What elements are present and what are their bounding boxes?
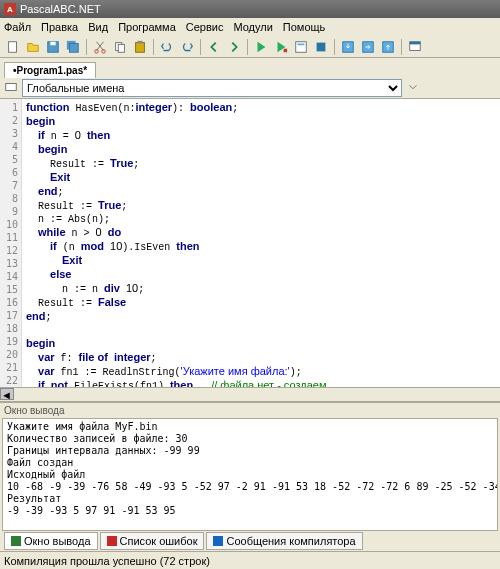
menu-help[interactable]: Помощь [283,21,326,33]
svg-rect-22 [107,536,117,546]
status-text: Компиляция прошла успешно (72 строк) [4,555,210,567]
window-titlebar: A PascalABC.NET [0,0,500,18]
undo-button[interactable] [158,38,176,56]
code-area[interactable]: function HasEven(n:integer): boolean; be… [22,99,500,387]
paste-button[interactable] [131,38,149,56]
svg-rect-19 [410,41,421,44]
scope-icon [4,80,18,96]
code-editor[interactable]: 1234567891011121314151617181920212223242… [0,98,500,387]
bottom-tab[interactable]: Сообщения компилятора [206,532,362,550]
forward-button[interactable] [225,38,243,56]
svg-rect-2 [50,41,55,45]
save-button[interactable] [44,38,62,56]
svg-rect-11 [284,48,288,52]
menu-edit[interactable]: Правка [41,21,78,33]
scope-dropdown-icon[interactable] [406,80,420,96]
menu-view[interactable]: Вид [88,21,108,33]
copy-button[interactable] [111,38,129,56]
svg-rect-12 [296,41,307,52]
bottom-tab[interactable]: Окно вывода [4,532,98,550]
redo-button[interactable] [178,38,196,56]
scope-bar: Глобальные имена [0,78,500,98]
cut-button[interactable] [91,38,109,56]
svg-rect-8 [118,44,124,52]
svg-rect-10 [137,40,142,43]
svg-rect-4 [70,43,79,52]
horizontal-scrollbar[interactable]: ◄ [0,387,500,401]
run-nodebug-button[interactable] [272,38,290,56]
open-file-button[interactable] [24,38,42,56]
toolbar [0,36,500,58]
scroll-left-button[interactable]: ◄ [0,388,14,400]
output-title: Окно вывода [0,403,500,418]
save-all-button[interactable] [64,38,82,56]
output-panel: Окно вывода Укажите имя файла MyF.bin Ко… [0,401,500,551]
step-over-button[interactable] [359,38,377,56]
run-button[interactable] [252,38,270,56]
step-into-button[interactable] [339,38,357,56]
window-title: PascalABC.NET [20,3,101,15]
bottom-tab[interactable]: Список ошибок [100,532,205,550]
menu-bar: Файл Правка Вид Программа Сервис Модули … [0,18,500,36]
compile-button[interactable] [292,38,310,56]
svg-rect-23 [213,536,223,546]
file-tab[interactable]: •Program1.pas* [4,62,96,78]
svg-rect-20 [6,84,17,91]
step-out-button[interactable] [379,38,397,56]
menu-program[interactable]: Программа [118,21,176,33]
output-text[interactable]: Укажите имя файла MyF.bin Количество зап… [2,418,498,531]
svg-rect-14 [317,42,326,51]
menu-modules[interactable]: Модули [233,21,272,33]
svg-rect-0 [9,41,17,52]
back-button[interactable] [205,38,223,56]
new-file-button[interactable] [4,38,22,56]
menu-file[interactable]: Файл [4,21,31,33]
stop-button[interactable] [312,38,330,56]
svg-rect-13 [298,43,305,45]
form-designer-button[interactable] [406,38,424,56]
bottom-tabs: Окно выводаСписок ошибокСообщения компил… [0,531,500,551]
svg-rect-21 [11,536,21,546]
editor-tabs: •Program1.pas* [0,58,500,78]
svg-rect-9 [136,42,145,52]
scope-select[interactable]: Глобальные имена [22,79,402,97]
status-bar: Компиляция прошла успешно (72 строк) [0,551,500,569]
app-icon: A [4,3,16,15]
menu-service[interactable]: Сервис [186,21,224,33]
line-gutter: 1234567891011121314151617181920212223242… [0,99,22,387]
